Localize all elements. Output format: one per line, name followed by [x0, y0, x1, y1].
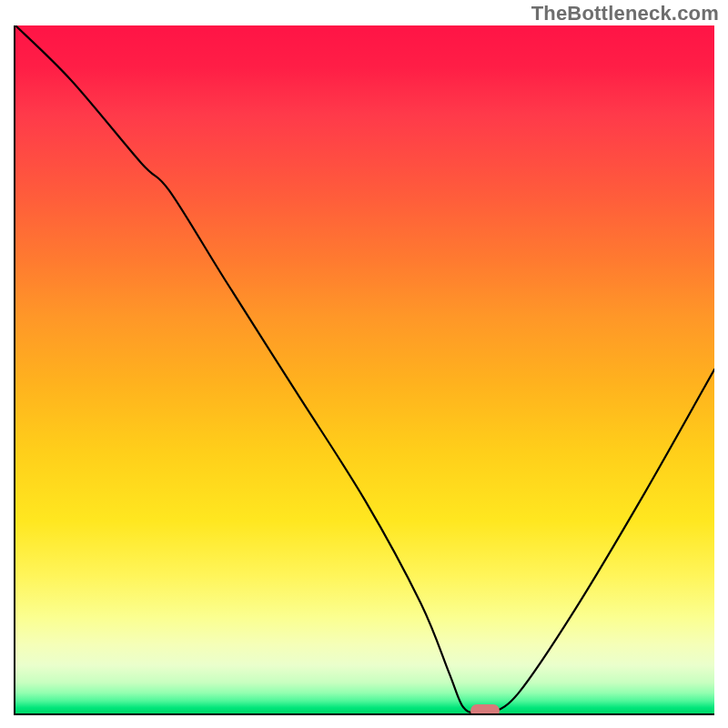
optimal-marker: [470, 704, 500, 715]
watermark-text: TheBottleneck.com: [531, 2, 719, 25]
curve-path: [15, 25, 714, 713]
plot-area: [14, 25, 714, 715]
chart-stage: TheBottleneck.com: [0, 0, 728, 728]
curve-svg: [15, 25, 714, 713]
